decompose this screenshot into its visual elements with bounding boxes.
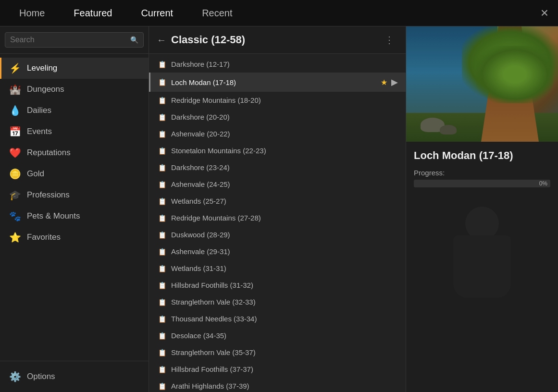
- zone-name: Wetlands (31-31): [171, 264, 398, 272]
- professions-icon: 🎓: [9, 189, 21, 201]
- zone-icon: 📋: [158, 282, 166, 289]
- play-button[interactable]: ▶: [391, 77, 398, 87]
- zone-name: Ashenvale (29-31): [171, 247, 398, 256]
- zone-icon: 📋: [158, 130, 166, 138]
- detail-panel: Loch Modan (17-18) Progress: 0%: [406, 26, 558, 392]
- options-icon: ⚙️: [9, 371, 21, 382]
- leveling-icon: ⚡: [9, 62, 21, 74]
- foliage-mid: [476, 46, 553, 103]
- sidebar-item-pets-mounts[interactable]: 🐾 Pets & Mounts: [0, 206, 149, 227]
- character-silhouette: [434, 197, 530, 307]
- back-button[interactable]: ←: [157, 35, 166, 46]
- zone-icon: 📋: [158, 214, 166, 222]
- reputations-icon: ❤️: [9, 147, 21, 159]
- zone-icon: 📋: [158, 181, 166, 188]
- zone-name: Wetlands (25-27): [171, 197, 398, 205]
- zone-icon: 📋: [158, 366, 166, 373]
- search-wrap[interactable]: 🔍: [5, 32, 144, 48]
- star-icon[interactable]: ★: [381, 78, 387, 87]
- zone-name: Desolace (34-35): [171, 331, 398, 340]
- zone-name: Stranglethorn Vale (35-37): [171, 348, 398, 356]
- zone-item[interactable]: 📋 Stranglethorn Vale (35-37): [149, 344, 406, 361]
- sidebar-item-dailies[interactable]: 💧 Dailies: [0, 100, 149, 121]
- nav-featured[interactable]: Featured: [59, 0, 126, 26]
- zone-name: Thousand Needles (33-34): [171, 315, 398, 323]
- zone-icon: 📋: [158, 61, 166, 68]
- zone-icon: 📋: [158, 97, 166, 104]
- sidebar-item-options[interactable]: ⚙️ Options: [0, 366, 149, 387]
- zone-icon: 📋: [158, 265, 166, 272]
- zone-item[interactable]: 📋 Thousand Needles (33-34): [149, 310, 406, 327]
- zone-item[interactable]: 📋 Stranglethorn Vale (32-33): [149, 294, 406, 310]
- sidebar-item-favorites[interactable]: ⭐ Favorites: [0, 227, 149, 248]
- zone-item[interactable]: 📋 Desolace (34-35): [149, 327, 406, 344]
- character-area: [414, 192, 550, 312]
- sidebar-item-label: Professions: [27, 190, 70, 200]
- dungeons-icon: 🏰: [9, 84, 21, 95]
- nav-current[interactable]: Current: [126, 0, 187, 26]
- zone-icon: 📋: [158, 298, 166, 306]
- middle-panel: ← Classic (12-58) ⋮ 📋 Darkshore (12-17) …: [149, 26, 406, 392]
- detail-content: Loch Modan (17-18) Progress: 0%: [406, 142, 558, 392]
- progress-pct: 0%: [539, 180, 547, 187]
- search-input[interactable]: [10, 36, 128, 44]
- dailies-icon: 💧: [9, 105, 21, 116]
- zone-icon: 📋: [158, 231, 166, 239]
- sidebar-item-dungeons[interactable]: 🏰 Dungeons: [0, 79, 149, 100]
- zone-icon: 📋: [158, 349, 166, 356]
- zone-item[interactable]: 📋 Hillsbrad Foothills (37-37): [149, 361, 406, 378]
- zone-item[interactable]: 📋 Ashenvale (24-25): [149, 176, 406, 193]
- zone-item[interactable]: 📋 Arathi Highlands (37-39): [149, 378, 406, 392]
- zone-item[interactable]: 📋 Darkshore (12-17): [149, 56, 406, 73]
- zone-item[interactable]: 📋 Loch Modan (17-18) ★ ▶: [149, 73, 406, 92]
- sidebar-item-events[interactable]: 📅 Events: [0, 121, 149, 142]
- sidebar-item-gold[interactable]: 🪙 Gold: [0, 163, 149, 184]
- sidebar: 🔍 ⚡ Leveling 🏰 Dungeons 💧 Dailies 📅 Even…: [0, 26, 149, 392]
- more-button[interactable]: ⋮: [381, 32, 398, 48]
- zone-item[interactable]: 📋 Ashenvale (20-22): [149, 125, 406, 142]
- events-icon: 📅: [9, 126, 21, 137]
- zone-list: 📋 Darkshore (12-17) 📋 Loch Modan (17-18)…: [149, 54, 406, 392]
- zone-name: Hillsbrad Foothills (37-37): [171, 365, 398, 373]
- top-nav: Home Featured Current Recent ×: [0, 0, 558, 26]
- sidebar-item-label: Leveling: [27, 63, 57, 73]
- zone-icon: 📋: [158, 147, 166, 155]
- sidebar-item-label: Gold: [27, 169, 44, 179]
- nav-home[interactable]: Home: [5, 0, 59, 26]
- zone-item[interactable]: 📋 Wetlands (31-31): [149, 260, 406, 277]
- zone-icon: 📋: [158, 164, 166, 172]
- search-icon: 🔍: [130, 36, 138, 44]
- zone-icon: 📋: [158, 382, 166, 390]
- main-layout: 🔍 ⚡ Leveling 🏰 Dungeons 💧 Dailies 📅 Even…: [0, 26, 558, 392]
- sidebar-item-leveling[interactable]: ⚡ Leveling: [0, 58, 149, 79]
- zone-item[interactable]: 📋 Darkshore (20-20): [149, 109, 406, 125]
- zone-name: Darkshore (12-17): [171, 60, 398, 68]
- zone-item[interactable]: 📋 Duskwood (28-29): [149, 226, 406, 243]
- zone-name: Stranglethorn Vale (32-33): [171, 298, 398, 306]
- close-button[interactable]: ×: [536, 4, 553, 22]
- zone-item[interactable]: 📋 Redridge Mountains (27-28): [149, 209, 406, 226]
- zone-item[interactable]: 📋 Darkshore (23-24): [149, 159, 406, 176]
- sidebar-item-professions[interactable]: 🎓 Professions: [0, 184, 149, 206]
- zone-item[interactable]: 📋 Hillsbrad Foothills (31-32): [149, 277, 406, 294]
- zone-name: Darkshore (20-20): [171, 113, 398, 121]
- zone-item[interactable]: 📋 Ashenvale (29-31): [149, 243, 406, 260]
- zone-name: Redridge Mountains (27-28): [171, 214, 398, 222]
- zone-icon: 📋: [158, 248, 166, 256]
- zone-name: Stonetalon Mountains (22-23): [171, 147, 398, 155]
- progress-bar: 0%: [414, 180, 550, 187]
- zone-icon: 📋: [158, 78, 166, 86]
- detail-title: Loch Modan (17-18): [414, 149, 550, 162]
- zone-actions: ★ ▶: [381, 77, 398, 87]
- panel-header: ← Classic (12-58) ⋮: [149, 26, 406, 54]
- rock-small: [440, 125, 457, 135]
- sidebar-item-reputations[interactable]: ❤️ Reputations: [0, 142, 149, 163]
- zone-item[interactable]: 📋 Stonetalon Mountains (22-23): [149, 142, 406, 159]
- zone-icon: 📋: [158, 113, 166, 121]
- zone-item[interactable]: 📋 Wetlands (25-27): [149, 193, 406, 209]
- zone-name: Loch Modan (17-18): [171, 78, 376, 86]
- zone-item[interactable]: 📋 Redridge Mountains (18-20): [149, 92, 406, 109]
- nav-items: ⚡ Leveling 🏰 Dungeons 💧 Dailies 📅 Events…: [0, 54, 149, 361]
- nav-recent[interactable]: Recent: [187, 0, 247, 26]
- zone-name: Arathi Highlands (37-39): [171, 382, 398, 390]
